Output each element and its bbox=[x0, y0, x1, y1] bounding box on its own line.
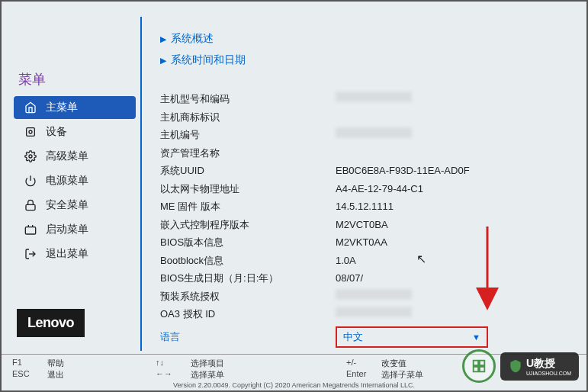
menu-item-main[interactable]: 主菜单 bbox=[14, 96, 136, 119]
watermark-text: U教授 bbox=[526, 357, 571, 371]
info-value bbox=[336, 110, 571, 125]
svg-rect-4 bbox=[26, 204, 35, 210]
info-label: 系统UUID bbox=[160, 163, 336, 178]
info-value: EB0C6E8A-F93D-11EA-AD0F bbox=[336, 163, 571, 178]
shield-icon bbox=[508, 358, 523, 374]
menu-item-exit[interactable]: 退出菜单 bbox=[14, 243, 136, 265]
watermark: U教授 UJIAOSHOU.COM bbox=[462, 349, 579, 383]
watermark-sub: UJIAOSHOU.COM bbox=[526, 371, 571, 376]
nav-label: 系统概述 bbox=[171, 32, 214, 46]
menu-title: 菜单 bbox=[18, 70, 139, 88]
menu-item-advanced[interactable]: 高级菜单 bbox=[14, 145, 136, 168]
svg-point-2 bbox=[29, 155, 32, 158]
info-row: 嵌入式控制程序版本M2VCT0BA bbox=[160, 216, 571, 234]
info-label: 资产管理名称 bbox=[160, 146, 336, 161]
menu-label: 高级菜单 bbox=[46, 149, 88, 163]
boot-icon bbox=[23, 223, 38, 236]
nav-label: 系统时间和日期 bbox=[171, 53, 246, 67]
key-label: 选择项目 bbox=[191, 358, 224, 369]
info-label: 主机编号 bbox=[160, 127, 336, 143]
copyright-text: Version 2.20.0049. Copyright (C) 2020 Am… bbox=[173, 381, 415, 389]
info-row: 主机编号 bbox=[160, 126, 571, 144]
info-label: BIOS版本信息 bbox=[160, 235, 336, 250]
info-row: 系统UUIDEB0C6E8A-F93D-11EA-AD0F bbox=[160, 162, 571, 180]
info-value: 14.5.12.1111 bbox=[336, 199, 571, 214]
exit-icon bbox=[23, 248, 38, 260]
nav-system-overview[interactable]: ▶ 系统概述 bbox=[160, 32, 571, 46]
home-icon bbox=[23, 101, 38, 114]
info-value: 1.0A bbox=[336, 253, 571, 268]
info-value bbox=[336, 307, 571, 322]
key-arrows: ←→ bbox=[156, 369, 183, 381]
info-value bbox=[336, 92, 571, 107]
language-label: 语言 bbox=[160, 330, 336, 344]
svg-rect-11 bbox=[474, 367, 478, 371]
info-label: 以太网卡物理地址 bbox=[160, 182, 336, 197]
info-value bbox=[336, 146, 571, 161]
info-label: 主机商标标识 bbox=[160, 110, 336, 125]
language-value: 中文 bbox=[343, 330, 363, 344]
menu-label: 启动菜单 bbox=[46, 223, 88, 236]
menu-label: 主菜单 bbox=[46, 101, 78, 114]
info-row: ME 固件 版本14.5.12.1111 bbox=[160, 198, 571, 216]
key-label: 帮助 bbox=[47, 358, 64, 369]
info-label: 主机型号和编码 bbox=[160, 92, 336, 107]
key-plusminus: +/- bbox=[346, 358, 374, 369]
menu-item-power[interactable]: 电源菜单 bbox=[14, 169, 136, 192]
chevron-right-icon: ▶ bbox=[160, 56, 166, 66]
menu-item-devices[interactable]: 设备 bbox=[14, 120, 136, 143]
menu-label: 设备 bbox=[46, 125, 67, 139]
key-enter: Enter bbox=[346, 369, 374, 381]
info-row: Bootblock信息1.0A bbox=[160, 252, 571, 270]
info-value bbox=[336, 289, 571, 304]
info-row: 资产管理名称 bbox=[160, 144, 571, 162]
key-label: 退出 bbox=[47, 369, 64, 381]
language-row: 语言 中文 ▼ bbox=[160, 326, 571, 348]
svg-rect-9 bbox=[474, 361, 478, 365]
svg-rect-0 bbox=[27, 128, 35, 137]
gear-icon bbox=[23, 150, 38, 162]
language-dropdown[interactable]: 中文 ▼ bbox=[336, 326, 488, 348]
chevron-right-icon: ▶ bbox=[160, 34, 166, 44]
svg-rect-5 bbox=[25, 227, 35, 234]
info-row: BIOS生成日期（月:日:年）08/07/ bbox=[160, 269, 571, 288]
sidebar-menu: 主菜单 设备 高级菜单 电源菜单 安全菜单 启动菜单 bbox=[11, 96, 139, 265]
svg-rect-10 bbox=[480, 361, 484, 365]
menu-item-security[interactable]: 安全菜单 bbox=[14, 194, 136, 217]
info-value: M2VCT0BA bbox=[336, 217, 571, 233]
info-grid: 主机型号和编码 主机商标标识 主机编号 资产管理名称 系统UUIDEB0C6E8… bbox=[160, 90, 571, 348]
watermark-badge: U教授 UJIAOSHOU.COM bbox=[500, 352, 579, 381]
info-row: BIOS版本信息M2VKT0AA bbox=[160, 233, 571, 252]
key-esc: ESC bbox=[12, 369, 40, 381]
watermark-circle-icon bbox=[462, 349, 496, 383]
menu-label: 安全菜单 bbox=[46, 198, 88, 212]
info-row: 预装系统授权 bbox=[160, 288, 571, 306]
info-label: 预装系统授权 bbox=[160, 289, 336, 304]
menu-label: 电源菜单 bbox=[46, 174, 88, 188]
menu-label: 退出菜单 bbox=[46, 247, 88, 261]
key-label: 改变值 bbox=[381, 358, 406, 369]
lenovo-logo: Lenovo bbox=[17, 309, 85, 337]
lock-icon bbox=[23, 199, 38, 211]
key-label: 选择菜单 bbox=[191, 369, 224, 381]
info-label: OA3 授权 ID bbox=[160, 307, 336, 322]
info-value: M2VKT0AA bbox=[336, 235, 571, 250]
nav-system-datetime[interactable]: ▶ 系统时间和日期 bbox=[160, 53, 571, 67]
chevron-down-icon: ▼ bbox=[472, 333, 480, 342]
info-row: 以太网卡物理地址A4-AE-12-79-44-C1 bbox=[160, 180, 571, 198]
key-f1: F1 bbox=[12, 358, 40, 369]
power-icon bbox=[23, 175, 38, 187]
menu-item-boot[interactable]: 启动菜单 bbox=[14, 218, 136, 241]
info-value: A4-AE-12-79-44-C1 bbox=[336, 182, 571, 197]
info-label: BIOS生成日期（月:日:年） bbox=[160, 271, 336, 286]
svg-point-1 bbox=[29, 130, 32, 133]
info-value: 08/07/ bbox=[336, 271, 571, 286]
info-label: Bootblock信息 bbox=[160, 253, 336, 268]
key-arrows: ↑↓ bbox=[156, 358, 183, 369]
info-label: ME 固件 版本 bbox=[160, 199, 336, 214]
info-row: OA3 授权 ID bbox=[160, 305, 571, 323]
info-row: 主机商标标识 bbox=[160, 108, 571, 127]
device-icon bbox=[23, 126, 38, 138]
key-label: 选择子菜单 bbox=[381, 369, 423, 381]
info-row: 主机型号和编码 bbox=[160, 90, 571, 108]
